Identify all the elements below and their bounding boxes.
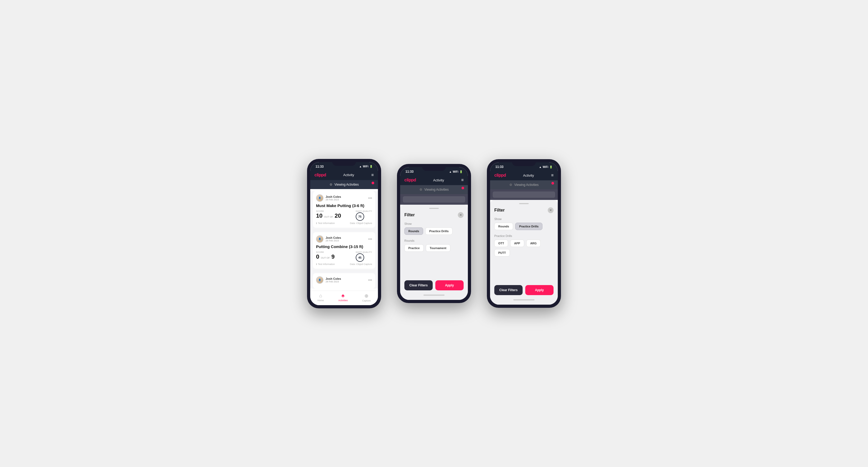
- modal-handle-2: [429, 208, 439, 209]
- nav-item-capture-1[interactable]: ⊕ Capture: [362, 293, 371, 302]
- more-dots-3[interactable]: •••: [368, 278, 372, 282]
- score-value-2: 0: [316, 253, 319, 260]
- phone-3: 11:33 ▲ WiFi 🔋 clippd Activity ≡ ⚙ Viewi…: [487, 159, 561, 308]
- practice-chips-3: OTT APP ARG PUTT: [494, 240, 554, 256]
- out-of-1: OUT OF: [324, 216, 333, 218]
- score-section-1: Score 10 OUT OF 20: [316, 210, 341, 221]
- viewing-bar-text-dimmed-3: Viewing Activities: [515, 183, 539, 187]
- modal-close-2[interactable]: ✕: [458, 212, 464, 218]
- status-icons-2: ▲ WiFi 🔋: [449, 170, 463, 173]
- chip-app-3[interactable]: APP: [510, 240, 524, 247]
- top-nav-2: clippd Activity ≡: [400, 175, 468, 185]
- chip-arg-3[interactable]: ARG: [526, 240, 540, 247]
- nav-title-1: Activity: [343, 173, 354, 177]
- hamburger-2[interactable]: ≡: [461, 178, 464, 183]
- hamburger-3[interactable]: ≡: [551, 173, 554, 178]
- chip-rounds-3[interactable]: Rounds: [494, 223, 513, 230]
- divider-1: [313, 230, 375, 230]
- nav-item-home-1[interactable]: ⌂ Home: [317, 293, 324, 302]
- clear-filters-button-2[interactable]: Clear Filters: [404, 280, 433, 290]
- viewing-bar-dimmed-3: ⚙ Viewing Activities: [490, 180, 558, 189]
- stats-row-1: 10 OUT OF 20: [316, 212, 341, 219]
- avatar-1: 👤: [316, 194, 323, 202]
- avatar-3: 👤: [316, 276, 323, 284]
- user-date-2: 28 Feb 2023: [326, 239, 341, 242]
- notch-2: [422, 164, 446, 171]
- chip-rounds-2[interactable]: Rounds: [404, 227, 423, 235]
- practice-label-3: Practice Drills: [494, 234, 554, 238]
- activity-item-1[interactable]: 👤 Josh Coles 28 Feb 2023 ••• Must Make P…: [313, 191, 375, 228]
- nav-item-activities-1[interactable]: ♣ Activities: [338, 293, 348, 302]
- home-indicator-3: [513, 299, 534, 301]
- user-details-1: Josh Coles 28 Feb 2023: [326, 195, 341, 201]
- activity-list-1: 👤 Josh Coles 28 Feb 2023 ••• Must Make P…: [310, 191, 378, 288]
- viewing-bar-text-dimmed-2: Viewing Activities: [425, 188, 449, 191]
- chip-practice-2[interactable]: Practice Drills: [425, 227, 453, 235]
- wifi-icon-2: WiFi: [453, 170, 458, 173]
- chip-putt-label-3: PUTT: [498, 251, 506, 254]
- activity-title-2: Putting Combine (3-15 ft): [316, 244, 372, 249]
- capture-icon-1: ⊕: [365, 293, 368, 299]
- stats-row-2: 0 OUT OF 9: [316, 253, 335, 260]
- apply-button-3[interactable]: Apply: [525, 285, 554, 295]
- user-name-2: Josh Coles: [326, 236, 341, 239]
- chip-ott-label-3: OTT: [498, 242, 504, 245]
- score-label-2: Score: [316, 251, 335, 253]
- clear-filters-button-3[interactable]: Clear Filters: [494, 285, 523, 295]
- status-icons-3: ▲ WiFi 🔋: [539, 165, 553, 168]
- status-time-3: 11:33: [495, 165, 503, 169]
- user-info-2: 👤 Josh Coles 28 Feb 2023: [316, 235, 341, 243]
- score-label-1: Score: [316, 210, 341, 212]
- status-time-1: 11:33: [315, 165, 324, 168]
- phone-2-inner: 11:33 ▲ WiFi 🔋 clippd Activity ≡ ⚙ Viewi…: [400, 167, 468, 300]
- footer-info-2: Test Information: [318, 263, 335, 266]
- apply-button-2[interactable]: Apply: [435, 280, 464, 290]
- activity-item-2[interactable]: 👤 Josh Coles 28 Feb 2023 ••• Putting Com…: [313, 232, 375, 269]
- phone-1-inner: 11:33 ▲ WiFi 🔋 clippd Activity ≡ ⚙ Viewi…: [310, 162, 378, 305]
- more-dots-1[interactable]: •••: [368, 196, 372, 200]
- logo-2: clippd: [404, 178, 416, 183]
- viewing-bar-1[interactable]: ⚙ Viewing Activities: [310, 180, 378, 189]
- status-icons-1: ▲ WiFi 🔋: [359, 165, 373, 168]
- modal-sheet-3: Filter ✕ Show Rounds Practice Drills: [490, 200, 558, 305]
- footer-data-2: Data: Clippd Capture: [350, 263, 372, 266]
- show-label-3: Show: [494, 217, 554, 221]
- chip-ott-3[interactable]: OTT: [494, 240, 508, 247]
- nav-title-2: Activity: [433, 178, 444, 182]
- user-details-3: Josh Coles 28 Feb 2023: [326, 277, 341, 283]
- modal-sheet-2: Filter ✕ Show Rounds Practice Drills: [400, 205, 468, 300]
- chip-practice-round-label-2: Practice: [408, 246, 420, 250]
- battery-icon-1: 🔋: [369, 165, 373, 168]
- top-nav-3: clippd Activity ≡: [490, 170, 558, 180]
- chip-putt-3[interactable]: PUTT: [494, 249, 510, 256]
- footer-left-2: ℹ Test Information: [316, 263, 335, 266]
- modal-title-2: Filter: [404, 213, 415, 217]
- shot-quality-section-1: Shot Quality 75: [356, 210, 372, 221]
- battery-icon-3: 🔋: [549, 165, 553, 168]
- signal-icon-2: ▲: [449, 170, 452, 173]
- activity-footer-1: ℹ Test Information Data: Clippd Capture: [316, 222, 372, 224]
- modal-close-3[interactable]: ✕: [548, 207, 554, 213]
- shots-value-2: 9: [331, 253, 335, 260]
- chip-app-label-3: APP: [514, 242, 520, 245]
- activity-footer-2: ℹ Test Information Data: Clippd Capture: [316, 263, 372, 266]
- chip-tournament-2[interactable]: Tournament: [426, 244, 451, 252]
- show-chips-2: Rounds Practice Drills: [404, 227, 464, 235]
- more-dots-2[interactable]: •••: [368, 237, 372, 241]
- chip-practice-drills-3[interactable]: Practice Drills: [515, 223, 542, 230]
- info-icon-1: ℹ: [316, 222, 317, 224]
- score-value-1: 10: [316, 212, 322, 219]
- viewing-bar-dimmed-2: ⚙ Viewing Activities: [400, 185, 468, 194]
- filter-icon-1: ⚙: [330, 183, 333, 186]
- close-icon-3: ✕: [549, 208, 552, 212]
- user-date-1: 28 Feb 2023: [326, 198, 341, 201]
- activity-header-2: 👤 Josh Coles 28 Feb 2023 •••: [316, 235, 372, 243]
- hamburger-1[interactable]: ≡: [371, 173, 374, 178]
- user-info-3: 👤 Josh Coles 28 Feb 2023: [316, 276, 341, 284]
- signal-icon-1: ▲: [359, 165, 362, 168]
- activity-item-3[interactable]: 👤 Josh Coles 28 Feb 2023 •••: [313, 273, 375, 288]
- wifi-icon-3: WiFi: [543, 165, 548, 168]
- modal-title-3: Filter: [494, 208, 505, 213]
- viewing-bar-text-1: Viewing Activities: [335, 183, 359, 186]
- chip-practice-round-2[interactable]: Practice: [404, 244, 424, 252]
